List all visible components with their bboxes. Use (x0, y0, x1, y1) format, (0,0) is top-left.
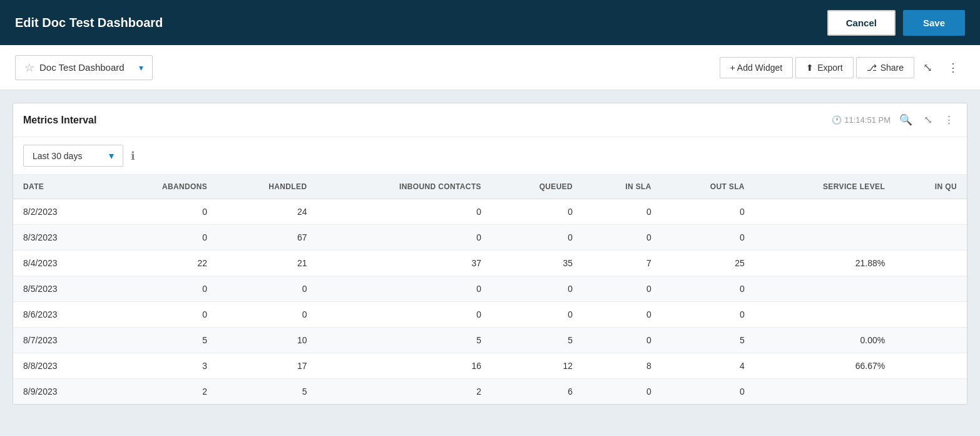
table-cell: 3 (106, 353, 217, 379)
metrics-table-container: DATE ABANDONS HANDLED INBOUND CONTACTS Q… (13, 174, 967, 404)
table-cell: 0 (661, 379, 755, 405)
star-icon: ☆ (24, 61, 34, 75)
table-cell (895, 353, 967, 379)
table-cell: 0 (317, 199, 491, 225)
table-cell: 7 (583, 251, 661, 276)
export-icon: ⬆ (806, 63, 814, 73)
share-icon: ⎇ (867, 63, 877, 73)
table-cell: 0 (217, 302, 317, 328)
widget-header: Metrics Interval 🕐 11:14:51 PM 🔍 ⤡ ⋮ (13, 103, 967, 137)
widget-controls: Last 30 days ▾ ℹ (13, 137, 967, 174)
widget-time-value: 11:14:51 PM (844, 115, 891, 125)
table-cell: 12 (491, 353, 583, 379)
dashboard-dropdown[interactable]: ☆ Doc Test Dashboard ▾ (15, 55, 153, 80)
table-cell: 25 (661, 251, 755, 276)
table-cell: 0 (106, 225, 217, 251)
table-cell: 17 (217, 353, 317, 379)
col-service-level: SERVICE LEVEL (755, 175, 895, 199)
page-title: Edit Doc Test Dashboard (15, 16, 163, 30)
table-cell: 0 (583, 276, 661, 302)
table-row: 8/5/2023000000 (13, 276, 967, 302)
export-button[interactable]: ⬆ Export (795, 57, 853, 78)
table-cell: 8/5/2023 (13, 276, 106, 302)
table-cell: 0 (317, 302, 491, 328)
cancel-button[interactable]: Cancel (827, 10, 896, 36)
table-cell (895, 276, 967, 302)
header-actions: Cancel Save (827, 10, 965, 36)
table-cell: 0 (106, 199, 217, 225)
table-cell (895, 302, 967, 328)
add-widget-button[interactable]: + Add Widget (720, 57, 794, 78)
table-cell: 0 (661, 302, 755, 328)
table-cell: 0 (491, 276, 583, 302)
col-in-sla: IN SLA (583, 175, 661, 199)
table-cell: 0.00% (755, 328, 895, 353)
table-cell: 8/8/2023 (13, 353, 106, 379)
metrics-widget: Metrics Interval 🕐 11:14:51 PM 🔍 ⤡ ⋮ Las… (13, 103, 967, 405)
expand-button[interactable]: ⤡ (917, 56, 939, 80)
table-cell: 8/9/2023 (13, 379, 106, 405)
col-abandons: ABANDONS (106, 175, 217, 199)
clock-icon: 🕐 (832, 115, 842, 125)
table-cell: 66.67% (755, 353, 895, 379)
table-cell: 8/7/2023 (13, 328, 106, 353)
share-button[interactable]: ⎇ Share (856, 57, 914, 78)
interval-dropdown[interactable]: Last 30 days ▾ (23, 145, 123, 167)
table-row: 8/8/202331716128466.67% (13, 353, 967, 379)
table-cell: 8/6/2023 (13, 302, 106, 328)
table-cell: 16 (317, 353, 491, 379)
table-cell (895, 328, 967, 353)
table-cell: 5 (217, 379, 317, 405)
table-row: 8/7/202351055050.00% (13, 328, 967, 353)
table-row: 8/6/2023000000 (13, 302, 967, 328)
widget-search-button[interactable]: 🔍 (897, 112, 915, 128)
table-cell: 5 (491, 328, 583, 353)
table-cell: 0 (583, 225, 661, 251)
table-cell: 5 (317, 328, 491, 353)
col-out-sla: OUT SLA (661, 175, 755, 199)
dashboard-name-label: Doc Test Dashboard (39, 62, 125, 73)
table-cell: 0 (491, 199, 583, 225)
toolbar: ☆ Doc Test Dashboard ▾ + Add Widget ⬆ Ex… (0, 45, 980, 90)
table-cell: 21 (217, 251, 317, 276)
table-cell: 22 (106, 251, 217, 276)
table-cell: 8/3/2023 (13, 225, 106, 251)
table-cell: 37 (317, 251, 491, 276)
table-cell: 0 (583, 302, 661, 328)
widget-more-button[interactable]: ⋮ (941, 112, 957, 128)
col-handled: HANDLED (217, 175, 317, 199)
widget-timestamp: 🕐 11:14:51 PM (832, 115, 891, 125)
save-button[interactable]: Save (903, 10, 965, 36)
export-label: Export (817, 63, 842, 73)
more-options-button[interactable]: ⋮ (941, 56, 965, 80)
col-date: DATE (13, 175, 106, 199)
interval-chevron-icon: ▾ (109, 150, 114, 162)
table-cell (755, 302, 895, 328)
info-icon[interactable]: ℹ (131, 149, 135, 163)
widget-title: Metrics Interval (23, 115, 96, 126)
metrics-table: DATE ABANDONS HANDLED INBOUND CONTACTS Q… (13, 175, 967, 404)
table-cell: 0 (661, 276, 755, 302)
table-cell: 21.88% (755, 251, 895, 276)
table-row: 8/2/20230240000 (13, 199, 967, 225)
table-cell (755, 225, 895, 251)
toolbar-right: + Add Widget ⬆ Export ⎇ Share ⤡ ⋮ (720, 56, 966, 80)
table-cell: 10 (217, 328, 317, 353)
table-cell: 0 (106, 302, 217, 328)
table-cell: 0 (583, 379, 661, 405)
table-cell (895, 199, 967, 225)
table-cell: 8/2/2023 (13, 199, 106, 225)
widget-header-right: 🕐 11:14:51 PM 🔍 ⤡ ⋮ (832, 112, 957, 128)
table-cell: 8/4/2023 (13, 251, 106, 276)
table-cell (755, 276, 895, 302)
table-cell: 35 (491, 251, 583, 276)
table-cell: 0 (217, 276, 317, 302)
table-cell: 5 (106, 328, 217, 353)
chevron-down-icon: ▾ (139, 63, 143, 73)
widget-expand-button[interactable]: ⤡ (921, 112, 935, 128)
table-cell: 0 (661, 225, 755, 251)
col-in-qu: IN QU (895, 175, 967, 199)
table-cell: 0 (583, 328, 661, 353)
table-cell: 67 (217, 225, 317, 251)
table-row: 8/4/20232221373572521.88% (13, 251, 967, 276)
